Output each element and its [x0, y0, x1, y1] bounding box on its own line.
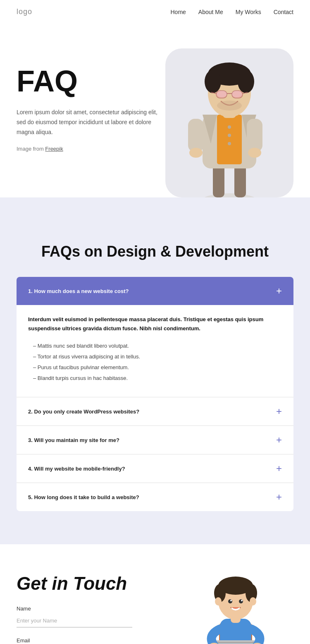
contact-person-illustration [186, 573, 285, 644]
nav-home[interactable]: Home [170, 9, 186, 15]
navbar: logo Home About Me My Works Contact [0, 0, 310, 24]
faq-section: FAQs on Design & Development 1. How much… [0, 218, 310, 544]
name-input[interactable] [17, 614, 132, 627]
faq-header-3[interactable]: 3. Will you maintain my site for me? + [17, 426, 293, 454]
nav-works[interactable]: My Works [236, 9, 261, 15]
contact-section: Get in Touch Name Email SUBMIT Image fro… [0, 544, 310, 644]
faq-body-bold-1: Interdum velit euismod in pellentesque m… [28, 315, 282, 333]
faq-expand-icon-2: + [276, 406, 282, 416]
hero-person-illustration [172, 61, 287, 197]
list-item: Purus ut faucibus pulvinar elementum. [28, 362, 282, 373]
svg-rect-4 [217, 115, 242, 164]
faq-header-1[interactable]: 1. How much does a new website cost? + [17, 277, 293, 305]
nav-about[interactable]: About Me [198, 9, 223, 15]
svg-point-58 [215, 597, 222, 606]
faq-item-3: 3. Will you maintain my site for me? + [17, 426, 293, 454]
faq-header-2[interactable]: 2. Do you only create WordPress websites… [17, 397, 293, 425]
svg-point-54 [228, 599, 232, 603]
hero-title: FAQ [17, 65, 165, 98]
svg-point-10 [248, 148, 261, 158]
faq-expand-icon-3: + [276, 435, 282, 445]
svg-point-14 [205, 70, 221, 93]
contact-form-block: Get in Touch Name Email SUBMIT Image fro… [17, 573, 132, 644]
contact-title: Get in Touch [17, 573, 132, 594]
faq-question-1: 1. How much does a new website cost? [28, 288, 129, 294]
svg-point-0 [200, 193, 258, 197]
svg-point-26 [228, 142, 231, 145]
svg-point-25 [228, 134, 231, 137]
hero-section: FAQ Lorem ipsum dolor sit amet, consecte… [0, 24, 310, 197]
list-item: Blandit turpis cursus in hac habitasse. [28, 373, 282, 384]
svg-rect-8 [247, 119, 262, 152]
hero-freepik-link[interactable]: Freepik [45, 146, 63, 152]
faq-expand-icon-5: + [276, 492, 282, 502]
faq-accordion: 1. How much does a new website cost? + I… [17, 277, 293, 511]
name-label: Name [17, 606, 132, 612]
list-item: Mattis nunc sed blandit libero volutpat. [28, 341, 282, 351]
faq-section-title: FAQs on Design & Development [17, 243, 293, 260]
svg-point-57 [241, 600, 243, 601]
faq-body-1: Interdum velit euismod in pellentesque m… [17, 305, 293, 397]
faq-question-4: 4. Will my website be mobile-friendly? [28, 466, 125, 472]
hero-image-container [165, 48, 293, 197]
svg-point-24 [228, 125, 231, 129]
svg-point-59 [250, 597, 256, 606]
nav-contact[interactable]: Contact [274, 9, 293, 15]
svg-rect-18 [216, 91, 227, 98]
logo: logo [17, 7, 32, 16]
faq-question-3: 3. Will you maintain my site for me? [28, 437, 119, 443]
faq-question-5: 5. How long does it take to build a webs… [28, 494, 139, 500]
svg-point-55 [239, 599, 243, 603]
email-label: Email [17, 637, 132, 644]
faq-item-2: 2. Do you only create WordPress websites… [17, 397, 293, 426]
svg-point-23 [217, 101, 242, 111]
faq-item-5: 5. How long does it take to build a webs… [17, 483, 293, 511]
faq-item-4: 4. Will my website be mobile-friendly? + [17, 454, 293, 483]
svg-point-15 [238, 70, 254, 93]
faq-header-5[interactable]: 5. How long does it take to build a webs… [17, 483, 293, 511]
svg-point-9 [189, 148, 203, 158]
hero-image-credit: Image from Freepik [17, 146, 165, 152]
faq-item-1: 1. How much does a new website cost? + I… [17, 277, 293, 397]
faq-expand-icon-4: + [276, 464, 282, 473]
name-form-group: Name [17, 606, 132, 627]
hero-text-block: FAQ Lorem ipsum dolor sit amet, consecte… [17, 48, 165, 152]
svg-point-56 [230, 600, 232, 601]
faq-list-1: Mattis nunc sed blandit libero volutpat.… [28, 341, 282, 384]
faq-expand-icon-1: + [276, 286, 282, 296]
svg-rect-7 [188, 119, 204, 152]
email-form-group: Email [17, 637, 132, 644]
faq-question-2: 2. Do you only create WordPress websites… [28, 409, 139, 415]
contact-illustration [178, 573, 293, 644]
faq-header-4[interactable]: 4. Will my website be mobile-friendly? + [17, 454, 293, 483]
nav-links: Home About Me My Works Contact [170, 8, 293, 16]
list-item: Tortor at risus viverra adipiscing at in… [28, 351, 282, 362]
svg-rect-19 [232, 91, 243, 98]
hero-description: Lorem ipsum dolor sit amet, consectetur … [17, 108, 165, 137]
